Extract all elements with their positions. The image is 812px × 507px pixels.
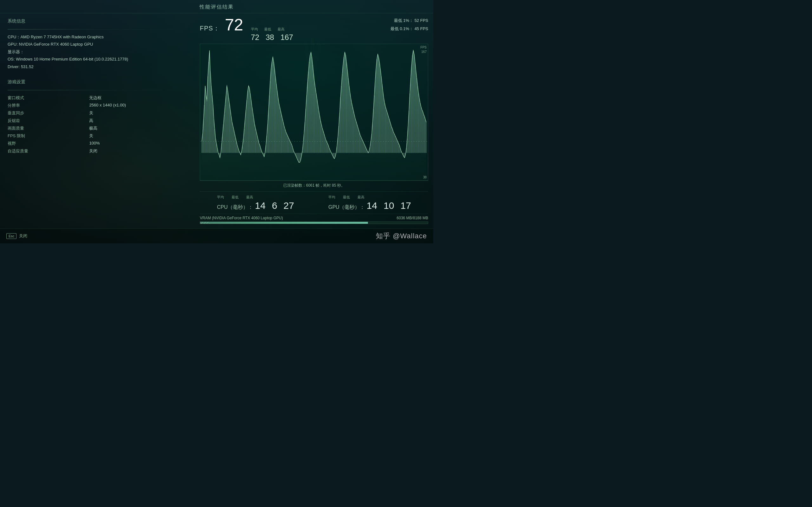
- cpu-min-label: 最低: [232, 195, 239, 200]
- gpu-stats-block: 平均 最低 最高 GPU（毫秒）： 14 10 17: [328, 195, 411, 211]
- settings-row: 视野100%: [8, 140, 189, 147]
- rendered-info: 已渲染帧数：6061 帧，耗时 85 秒。: [200, 181, 428, 190]
- setting-label: 视野: [8, 140, 89, 147]
- gpu-min-label: 最低: [343, 195, 350, 200]
- gpu-avg-value: 14: [367, 200, 377, 211]
- fps-main: FPS： 72 平均 最低 最高 72 38 167: [200, 16, 293, 42]
- cpu-min-value: 6: [272, 200, 277, 211]
- system-info-title: 系统信息: [8, 18, 189, 25]
- vram-section: VRAM (NVIDIA GeForce RTX 4060 Laptop GPU…: [200, 214, 428, 225]
- gpu-min-value: 10: [384, 200, 394, 211]
- close-button[interactable]: Esc 关闭: [6, 233, 27, 239]
- fps-header: FPS： 72 平均 最低 最高 72 38 167: [200, 16, 428, 42]
- settings-row: 分辨率2560 x 1440 (x1.00): [8, 102, 189, 109]
- gpu-max-value: 17: [401, 200, 411, 211]
- fps-max-display: 167: [281, 33, 293, 42]
- fps-avg-label: 平均: [251, 27, 258, 32]
- gpu-max-label: 最高: [357, 195, 364, 200]
- page-title: 性能评估结果: [0, 0, 433, 13]
- watermark: 知乎 @Wallace: [376, 231, 427, 241]
- setting-label: 分辨率: [8, 102, 89, 109]
- driver-info: Driver: 531.52: [8, 63, 189, 70]
- setting-value: 2560 x 1440 (x1.00): [89, 102, 189, 109]
- setting-value: 高: [89, 117, 189, 124]
- vram-value: 6036 MB/8188 MB: [397, 216, 428, 220]
- close-label: 关闭: [19, 233, 27, 239]
- setting-value: 无边框: [89, 94, 189, 102]
- setting-label: 垂直同步: [8, 109, 89, 117]
- fps-avg-value: 72: [225, 16, 243, 33]
- setting-value: 关: [89, 132, 189, 140]
- fps-low1-value: 52 FPS: [415, 18, 428, 23]
- esc-key: Esc: [6, 233, 16, 239]
- left-panel: 系统信息 CPU：AMD Ryzen 7 7745HX with Radeon …: [0, 13, 197, 228]
- setting-value: 100%: [89, 140, 189, 147]
- cpu-stats-block: 平均 最低 最高 CPU（毫秒）： 14 6 27: [217, 195, 294, 211]
- fps-right-stats: 最低 1%： 52 FPS 最低 0.1%： 45 FPS: [391, 16, 428, 33]
- vram-bar-bg: [200, 222, 428, 224]
- settings-table: 窗口模式无边框分辨率2560 x 1440 (x1.00)垂直同步关反锯齿高画面…: [8, 94, 189, 155]
- settings-row: 自适应质量关闭: [8, 147, 189, 155]
- fps-low1-label: 最低 1%：: [394, 18, 413, 23]
- bottom-stats: 平均 最低 最高 CPU（毫秒）： 14 6 27: [200, 191, 428, 214]
- fps-low01-label: 最低 0.1%：: [391, 26, 413, 31]
- setting-value: 关: [89, 109, 189, 117]
- chart-bottom-label: 38: [423, 176, 426, 179]
- setting-label: 窗口模式: [8, 94, 89, 102]
- setting-label: 反锯齿: [8, 117, 89, 124]
- fps-chart-container: FPS 167 38: [200, 44, 428, 181]
- fps-min-label: 最低: [264, 27, 271, 32]
- settings-row: 反锯齿高: [8, 117, 189, 124]
- setting-label: 自适应质量: [8, 147, 89, 155]
- fps-max-label: 最高: [277, 27, 285, 32]
- os-info: OS: Windows 10 Home Premium Edition 64-b…: [8, 55, 189, 63]
- cpu-max-label: 最高: [246, 195, 253, 200]
- settings-row: 画面质量极高: [8, 124, 189, 132]
- display-info: 显示器：: [8, 48, 189, 55]
- gpu-avg-label: 平均: [328, 195, 335, 200]
- fps-min-display: 38: [265, 33, 274, 42]
- cpu-avg-label: 平均: [217, 195, 224, 200]
- right-panel: FPS： 72 平均 最低 最高 72 38 167: [197, 13, 433, 228]
- cpu-max-value: 27: [284, 200, 294, 211]
- cpu-info: CPU：AMD Ryzen 7 7745HX with Radeon Graph…: [8, 33, 189, 41]
- vram-bar-fill: [200, 222, 368, 224]
- fps-low01-value: 45 FPS: [415, 26, 428, 31]
- setting-label: 画面质量: [8, 124, 89, 132]
- fps-label: FPS：: [200, 24, 220, 33]
- gpu-info: GPU: NVIDIA GeForce RTX 4060 Laptop GPU: [8, 41, 189, 48]
- cpu-avg-value: 14: [255, 200, 265, 211]
- settings-row: FPS 限制关: [8, 132, 189, 140]
- settings-row: 窗口模式无边框: [8, 94, 189, 102]
- fps-avg-display: 72: [251, 33, 259, 42]
- chart-top-label: FPS 167: [420, 45, 426, 54]
- footer: Esc 关闭 知乎 @Wallace: [0, 228, 433, 243]
- fps-chart-canvas: [200, 44, 428, 180]
- gpu-stat-label: GPU（毫秒）：: [328, 204, 365, 211]
- setting-value: 极高: [89, 124, 189, 132]
- setting-label: FPS 限制: [8, 132, 89, 140]
- settings-row: 垂直同步关: [8, 109, 189, 117]
- vram-label: VRAM (NVIDIA GeForce RTX 4060 Laptop GPU…: [200, 216, 283, 220]
- game-settings-title: 游戏设置: [8, 79, 189, 86]
- setting-value: 关闭: [89, 147, 189, 155]
- cpu-stat-label: CPU（毫秒）：: [217, 204, 253, 211]
- fps-stats-group: 平均 最低 最高 72 38 167: [251, 27, 293, 42]
